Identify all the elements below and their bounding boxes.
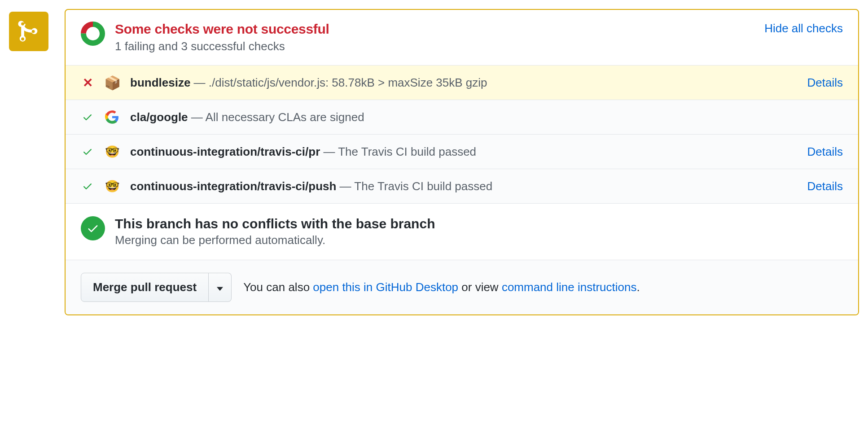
check-details-link[interactable]: Details — [807, 76, 843, 90]
pass-check-icon — [81, 181, 94, 192]
checks-donut-icon — [81, 22, 105, 46]
merge-status-card: Some checks were not successful 1 failin… — [65, 9, 859, 315]
caret-down-icon — [217, 287, 223, 291]
check-description: continuous-integration/travis-ci/pr — Th… — [130, 145, 798, 159]
travis-icon: 🤓 — [104, 178, 120, 194]
check-description: continuous-integration/travis-ci/push — … — [130, 179, 798, 193]
checks-status-title: Some checks were not successful — [115, 22, 755, 37]
check-description: cla/google — All necessary CLAs are sign… — [130, 110, 843, 124]
merge-button-group: Merge pull request — [81, 273, 232, 302]
travis-icon: 🤓 — [104, 144, 120, 160]
merge-conflict-status: This branch has no conflicts with the ba… — [66, 204, 858, 260]
pass-check-icon — [81, 146, 94, 157]
fail-x-icon: ✕ — [81, 75, 94, 90]
checks-status-subtitle: 1 failing and 3 successful checks — [115, 39, 755, 53]
check-row: 🤓continuous-integration/travis-ci/pr — T… — [66, 135, 858, 169]
open-desktop-link[interactable]: open this in GitHub Desktop — [313, 280, 458, 294]
merge-footer: Merge pull request You can also open thi… — [66, 260, 858, 314]
pass-check-icon — [81, 112, 94, 122]
check-details-link[interactable]: Details — [807, 179, 843, 193]
merge-status-title: This branch has no conflicts with the ba… — [115, 216, 435, 231]
merge-options-dropdown[interactable] — [209, 273, 232, 302]
success-check-icon — [81, 216, 105, 240]
checks-header: Some checks were not successful 1 failin… — [66, 10, 858, 65]
hide-checks-link[interactable]: Hide all checks — [764, 22, 843, 35]
check-details-link[interactable]: Details — [807, 145, 843, 159]
check-row: 🤓continuous-integration/travis-ci/push —… — [66, 169, 858, 204]
check-row: ✕📦bundlesize — ./dist/static/js/vendor.j… — [66, 65, 858, 100]
merge-pull-request-button[interactable]: Merge pull request — [81, 273, 209, 302]
command-line-link[interactable]: command line instructions — [502, 280, 637, 294]
merge-avatar — [9, 12, 48, 51]
check-description: bundlesize — ./dist/static/js/vendor.js:… — [130, 76, 798, 90]
merge-status-subtitle: Merging can be performed automatically. — [115, 233, 435, 247]
check-row: cla/google — All necessary CLAs are sign… — [66, 100, 858, 135]
package-icon: 📦 — [104, 74, 120, 91]
google-icon — [104, 109, 120, 125]
git-merge-icon — [17, 19, 41, 44]
merge-help-text: You can also open this in GitHub Desktop… — [243, 280, 640, 294]
